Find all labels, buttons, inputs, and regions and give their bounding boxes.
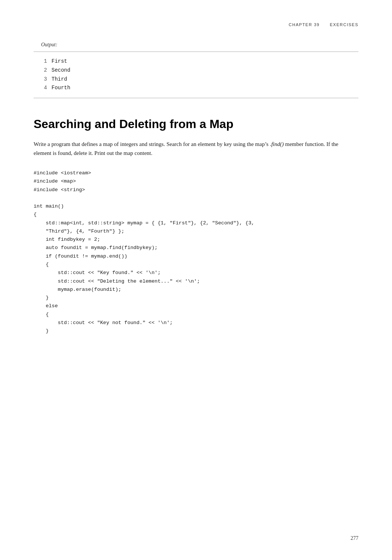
output-line-4: 4 Fourth: [41, 84, 351, 93]
line-text-4: Fourth: [52, 84, 70, 93]
page: CHAPTER 39 EXERCISES Output: 1 First 2 S…: [0, 0, 392, 560]
section-description: Write a program that defines a map of in…: [34, 140, 340, 158]
page-header: CHAPTER 39 EXERCISES: [34, 22, 358, 27]
line-text-3: Third: [52, 75, 67, 84]
page-number: 277: [351, 535, 358, 541]
output-line-1: 1 First: [41, 57, 351, 66]
line-num-4: 4: [41, 84, 47, 93]
line-text-2: Second: [52, 66, 70, 75]
chapter-section: EXERCISES: [330, 22, 358, 27]
line-num-1: 1: [41, 57, 47, 66]
output-label: Output:: [34, 38, 358, 52]
line-num-2: 2: [41, 66, 47, 75]
output-line-2: 2 Second: [41, 66, 351, 75]
section-title: Searching and Deleting from a Map: [34, 117, 358, 131]
code-block: #include <iostream> #include <map> #incl…: [34, 169, 358, 335]
chapter-number: CHAPTER 39: [289, 22, 320, 27]
output-line-3: 3 Third: [41, 75, 351, 84]
code-output: 1 First 2 Second 3 Third 4 Fourth: [41, 57, 351, 93]
code-output-block: 1 First 2 Second 3 Third 4 Fourth: [34, 52, 358, 98]
line-text-1: First: [52, 57, 67, 66]
line-num-3: 3: [41, 75, 47, 84]
chapter-label: CHAPTER 39 EXERCISES: [289, 22, 358, 27]
find-function-italic: .find(): [270, 141, 284, 147]
